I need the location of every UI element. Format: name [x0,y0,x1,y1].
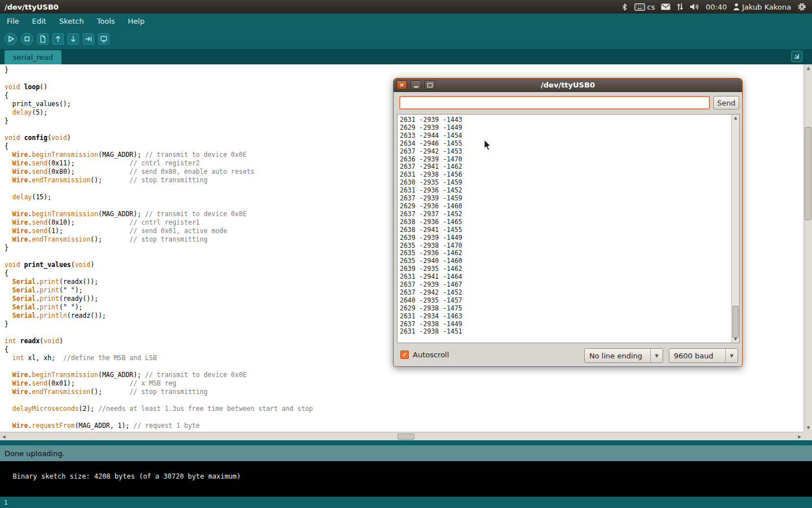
volume-icon[interactable] [690,3,699,11]
code-line: delayMicroseconds(2); //needs at least 1… [5,405,804,413]
serial-line: 2634 -2946 -1455 [400,140,730,148]
username-label: Jakub Kakona [742,3,791,11]
new-sketch-button[interactable] [37,33,48,45]
upload-button[interactable] [83,33,94,45]
editor-horizontal-scrollbar[interactable]: ◀ ▶ [0,432,804,440]
network-transfer-icon[interactable] [677,3,683,11]
serial-line: 2639 -2935 -1462 [400,265,730,273]
window-controls: × [396,80,435,90]
serial-scroll-down-icon[interactable]: ▼ [732,336,739,343]
toolbar [0,29,812,49]
clock-label: 00:40 [705,3,726,11]
close-button[interactable]: × [396,80,407,90]
serial-line: 2637 -2941 -1462 [400,163,730,171]
minimize-button[interactable] [411,80,421,90]
serial-output-area[interactable]: 2631 -2939 -14432629 -2939 -14492633 -29… [397,114,740,343]
menu-help[interactable]: Help [128,17,145,25]
serial-line: 2640 -2935 -1457 [400,297,730,305]
tab-menu-button[interactable] [791,51,802,62]
console-output: Binary sketch size: 4208 bytes (of a 307… [0,461,812,497]
mouse-cursor [484,139,492,151]
serial-line: 2629 -2938 -1475 [400,305,730,313]
verify-button[interactable] [5,33,17,45]
menu-file[interactable]: File [7,17,19,25]
serial-scroll-up-icon[interactable]: ▲ [732,115,739,121]
serial-input-field[interactable] [399,96,710,110]
maximize-button[interactable] [425,80,435,90]
editor-vertical-scrollbar[interactable]: ▲ ▼ [804,64,812,432]
scroll-down-arrow-icon[interactable]: ▼ [804,424,812,432]
status-bar: Done uploading. [0,445,812,461]
serial-line: 2633 -2944 -1454 [400,132,730,140]
save-button[interactable] [68,33,79,45]
tab-serial-read[interactable]: serial_read [5,50,61,64]
code-line: Wire.send(0x01); // x MSB reg [5,379,804,388]
user-menu[interactable]: Jakub Kakona [733,3,791,11]
autoscroll-checkbox[interactable]: ✓ [400,351,409,359]
serial-line: 2631 -2938 -1456 [400,171,730,179]
play-icon [5,33,16,45]
send-button-label: Send [717,99,736,107]
tab-label: serial_read [13,53,53,62]
bluetooth-icon[interactable] [621,3,628,11]
send-button[interactable]: Send [713,96,739,110]
chevron-down-icon: ▼ [725,349,738,362]
baud-rate-dropdown[interactable]: 9600 baud ▼ [669,348,738,363]
tab-strip: serial_read [0,49,812,64]
user-icon [733,3,740,11]
menu-edit[interactable]: Edit [32,17,46,25]
stop-icon [21,33,33,45]
serial-monitor-icon [99,33,109,45]
open-button[interactable] [52,33,64,45]
serial-monitor-window: × /dev/ttyUSB0 Send 2631 -2939 -14432629… [393,78,743,367]
tab-menu-arrow-icon [793,53,800,60]
horizontal-scroll-thumb[interactable] [398,433,414,440]
serial-scroll-thumb[interactable] [732,306,739,338]
serial-line: 2635 -2938 -1470 [400,242,730,250]
serial-line: 2638 -2941 -1455 [400,226,730,234]
stop-button[interactable] [21,33,33,45]
session-gear-icon[interactable] [797,2,806,11]
active-window-title: /dev/ttyUSB0 [0,3,59,11]
serial-line: 2629 -2939 -1449 [400,124,730,132]
serial-line: 2635 -2936 -1462 [400,249,730,257]
serial-scrollbar[interactable]: ▲ ▼ [731,115,739,343]
keyboard-layout-indicator[interactable]: cs [634,3,655,11]
scroll-right-arrow-icon[interactable]: ▶ [796,432,804,441]
current-line-number: 1 [4,499,8,506]
serial-line: 2631 -2936 -1452 [400,187,730,195]
scroll-up-arrow-icon[interactable]: ▲ [804,64,812,72]
keyboard-layout-label: cs [647,3,655,11]
serial-monitor-button[interactable] [98,33,109,45]
code-line [5,396,804,405]
code-line: Wire.beginTransmission(MAG_ADDR); // tra… [5,371,804,379]
code-line: Wire.endTransmission(); // stop transmit… [5,388,804,396]
scrollbar-corner [804,432,812,440]
maximize-icon [427,83,433,87]
menu-bar: File Edit Sketch Tools Help [0,14,812,29]
menu-tools[interactable]: Tools [97,17,115,25]
serial-line: 2636 -2939 -1470 [400,156,730,164]
serial-line: 2638 -2936 -1465 [400,218,730,226]
clock-indicator[interactable]: 00:40 [705,3,726,11]
code-line: Wire.requestFrom(MAG_ADDR, 1); // reques… [5,422,804,430]
serial-line: 2637 -2942 -1452 [400,289,730,297]
new-file-icon [38,33,48,45]
serial-window-titlebar[interactable]: × /dev/ttyUSB0 [394,78,742,92]
serial-line: 2629 -2936 -1460 [400,203,730,211]
menu-sketch[interactable]: Sketch [59,17,84,25]
top-panel: /dev/ttyUSB0 cs 00:40 Jakub Kakona [0,0,812,14]
serial-line: 2637 -2938 -1449 [400,321,730,329]
serial-line: 2637 -2937 -1452 [400,211,730,218]
serial-line: 2639 -2939 -1449 [400,234,730,242]
serial-line: 2637 -2939 -1459 [400,195,730,203]
line-ending-dropdown[interactable]: No line ending ▼ [584,348,663,363]
serial-monitor-controls: ✓ Autoscroll No line ending ▼ 9600 baud … [394,346,742,365]
serial-line: 2631 -2939 -1443 [400,116,730,124]
chevron-down-icon: ▼ [650,349,663,362]
scroll-left-arrow-icon[interactable]: ◀ [0,432,8,441]
serial-output: 2631 -2939 -14432629 -2939 -14492633 -29… [400,116,730,343]
vertical-scroll-thumb[interactable] [805,127,811,220]
serial-line: 2635 -2940 -1460 [400,257,730,265]
mail-icon[interactable] [661,3,670,10]
